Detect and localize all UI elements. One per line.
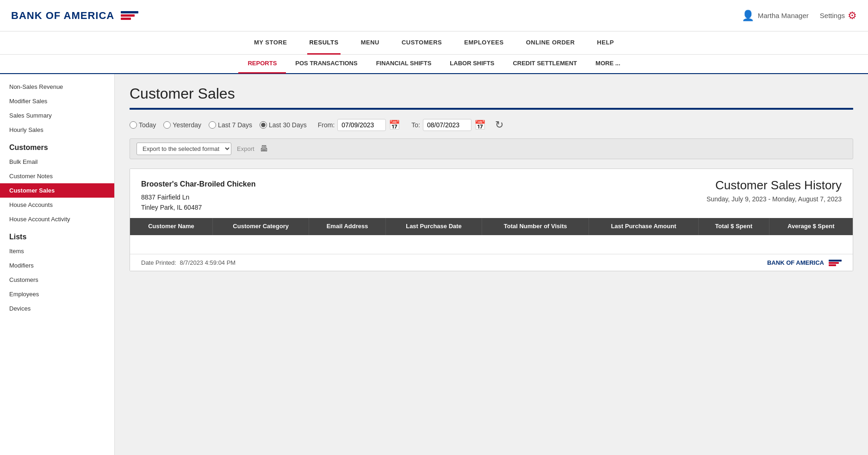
col-total-spent: Total $ Spent: [698, 218, 769, 235]
nav-help[interactable]: HELP: [595, 31, 616, 55]
radio-last30-label: Last 30 Days: [269, 121, 307, 129]
report-date-range: Sunday, July 9, 2023 - Monday, August 7,…: [707, 195, 842, 203]
radio-last7[interactable]: Last 7 Days: [209, 121, 252, 129]
export-button[interactable]: Export: [237, 145, 254, 152]
sidebar-item-modifiers[interactable]: Modifiers: [0, 258, 114, 273]
nav-employees[interactable]: EMPLOYEES: [462, 31, 505, 55]
from-date-input[interactable]: [337, 119, 386, 131]
radio-yesterday-label: Yesterday: [173, 121, 201, 129]
nav-menu[interactable]: MENU: [359, 31, 381, 55]
sidebar-item-house-accounts[interactable]: House Accounts: [0, 198, 114, 212]
store-info: Brooster's Char-Broiled Chicken 8837 Fai…: [141, 178, 255, 212]
date-printed-value: 8/7/2023 4:59:04 PM: [180, 259, 236, 266]
from-label: From:: [318, 121, 335, 129]
sidebar-item-hourly-sales[interactable]: Hourly Sales: [0, 123, 114, 137]
radio-last7-label: Last 7 Days: [218, 121, 252, 129]
footer-flag-stripe-1: [829, 260, 842, 262]
sidebar-item-modifier-sales[interactable]: Modifier Sales: [0, 94, 114, 108]
sidebar-item-sales-summary[interactable]: Sales Summary: [0, 108, 114, 123]
radio-yesterday-input[interactable]: [163, 121, 171, 129]
sidebar: Non-Sales Revenue Modifier Sales Sales S…: [0, 74, 115, 455]
refresh-icon[interactable]: ↻: [495, 119, 503, 131]
col-customer-name: Customer Name: [130, 218, 213, 235]
empty-row: [130, 235, 853, 254]
footer-flag-stripe-2: [829, 262, 839, 264]
sub-nav: REPORTS POS TRANSACTIONS FINANCIAL SHIFT…: [0, 55, 868, 74]
main-content: Customer Sales Today Yesterday Last 7 Da…: [115, 74, 868, 455]
col-last-purchase-amount: Last Purchase Amount: [589, 218, 699, 235]
subnav-reports[interactable]: REPORTS: [238, 54, 286, 74]
sidebar-item-customers[interactable]: Customers: [0, 273, 114, 287]
col-customer-category: Customer Category: [213, 218, 309, 235]
sidebar-section-lists: Lists: [0, 226, 114, 244]
subnav-pos-transactions[interactable]: POS TRANSACTIONS: [286, 54, 366, 74]
footer-logo: BANK OF AMERICA: [767, 259, 842, 266]
settings-area[interactable]: Settings ⚙: [820, 10, 857, 22]
store-name: Brooster's Char-Broiled Chicken: [141, 178, 255, 190]
subnav-more[interactable]: MORE ...: [586, 54, 629, 74]
radio-today-input[interactable]: [130, 121, 137, 129]
radio-today[interactable]: Today: [130, 121, 156, 129]
report-table: Customer Name Customer Category Email Ad…: [130, 218, 853, 254]
from-calendar-icon[interactable]: 📅: [389, 119, 400, 131]
report-header: Brooster's Char-Broiled Chicken 8837 Fai…: [130, 169, 853, 218]
store-address2: Tinley Park, IL 60487: [141, 202, 255, 212]
footer-logo-text: BANK OF AMERICA: [767, 259, 824, 266]
subnav-labor-shifts[interactable]: LABOR SHIFTS: [440, 54, 503, 74]
logo-flag: [121, 11, 138, 20]
radio-today-label: Today: [139, 121, 156, 129]
page-title: Customer Sales: [130, 85, 853, 102]
sidebar-item-devices[interactable]: Devices: [0, 301, 114, 316]
sidebar-item-bulk-email[interactable]: Bulk Email: [0, 155, 114, 169]
date-range-to: To: 📅: [411, 119, 486, 131]
sidebar-item-non-sales-revenue[interactable]: Non-Sales Revenue: [0, 80, 114, 94]
report-table-header-row: Customer Name Customer Category Email Ad…: [130, 218, 853, 235]
col-average-spent: Average $ Spent: [769, 218, 853, 235]
logo-text: BANK OF AMERICA: [11, 10, 114, 22]
layout: Non-Sales Revenue Modifier Sales Sales S…: [0, 74, 868, 455]
report-title: Customer Sales History: [707, 178, 842, 193]
to-calendar-icon[interactable]: 📅: [474, 119, 486, 131]
col-total-visits: Total Number of Visits: [482, 218, 589, 235]
subnav-financial-shifts[interactable]: FINANCIAL SHIFTS: [367, 54, 441, 74]
main-nav: MY STORE RESULTS MENU CUSTOMERS EMPLOYEE…: [0, 31, 868, 55]
flag-stripe-3: [121, 18, 131, 20]
report-area: Brooster's Char-Broiled Chicken 8837 Fai…: [130, 168, 853, 271]
date-range-from: From: 📅: [318, 119, 401, 131]
store-address1: 8837 Fairfield Ln: [141, 192, 255, 202]
footer-flag-stripe-3: [829, 264, 836, 266]
user-icon: 👤: [742, 10, 754, 22]
to-date-input[interactable]: [423, 119, 471, 131]
report-table-body: [130, 235, 853, 254]
print-icon[interactable]: 🖶: [260, 144, 268, 154]
sidebar-item-customer-notes[interactable]: Customer Notes: [0, 169, 114, 183]
col-email-address: Email Address: [309, 218, 385, 235]
user-area[interactable]: 👤 Martha Manager: [742, 10, 809, 22]
export-bar: Export to the selected format Export 🖶: [130, 138, 853, 159]
nav-results[interactable]: RESULTS: [307, 31, 340, 55]
radio-last30-input[interactable]: [260, 121, 267, 129]
date-filter-row: Today Yesterday Last 7 Days Last 30 Days…: [130, 119, 853, 131]
sidebar-item-customer-sales[interactable]: Customer Sales: [0, 183, 114, 198]
top-bar: BANK OF AMERICA 👤 Martha Manager Setting…: [0, 0, 868, 31]
sidebar-item-employees[interactable]: Employees: [0, 287, 114, 301]
radio-yesterday[interactable]: Yesterday: [163, 121, 201, 129]
flag-stripe-2: [121, 14, 135, 17]
subnav-credit-settlement[interactable]: CREDIT SETTLEMENT: [503, 54, 586, 74]
logo-area: BANK OF AMERICA: [11, 10, 138, 22]
radio-last7-input[interactable]: [209, 121, 216, 129]
flag-stripe-1: [121, 11, 138, 13]
date-printed-label: Date Printed:: [141, 259, 176, 266]
nav-my-store[interactable]: MY STORE: [252, 31, 289, 55]
nav-online-order[interactable]: ONLINE ORDER: [524, 31, 577, 55]
top-right: 👤 Martha Manager Settings ⚙: [742, 10, 857, 22]
report-footer: Date Printed: 8/7/2023 4:59:04 PM BANK O…: [130, 254, 853, 271]
export-format-select[interactable]: Export to the selected format: [136, 143, 231, 155]
date-printed: Date Printed: 8/7/2023 4:59:04 PM: [141, 259, 236, 266]
sidebar-item-house-account-activity[interactable]: House Account Activity: [0, 212, 114, 226]
radio-last30[interactable]: Last 30 Days: [260, 121, 307, 129]
sidebar-item-items[interactable]: Items: [0, 244, 114, 258]
settings-label: Settings: [820, 12, 845, 19]
nav-customers[interactable]: CUSTOMERS: [400, 31, 444, 55]
col-last-purchase-date: Last Purchase Date: [385, 218, 482, 235]
